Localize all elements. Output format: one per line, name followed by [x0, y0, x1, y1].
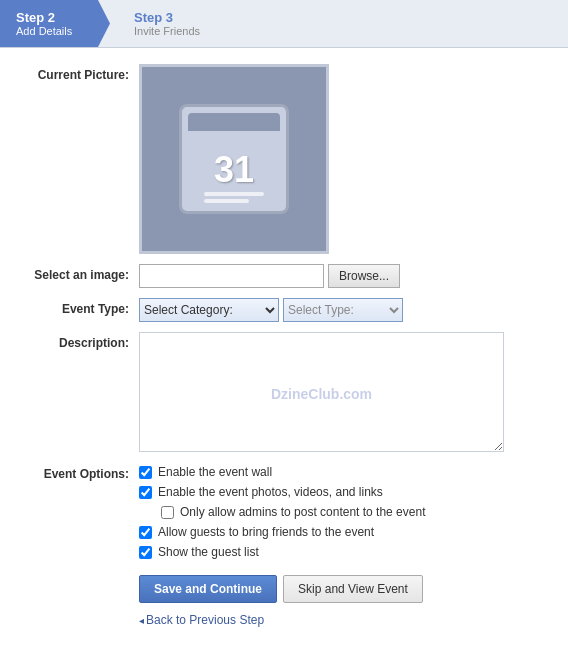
option-item-2: Enable the event photos, videos, and lin… [139, 485, 544, 499]
select-category[interactable]: Select Category: [139, 298, 279, 322]
back-link-text: Back to Previous Step [146, 613, 264, 627]
step3-inactive: Step 3 Invite Friends [110, 0, 220, 47]
calendar-number: 31 [214, 152, 254, 188]
event-type-selects: Select Category: Select Type: [139, 298, 544, 322]
event-options-row: Event Options: Enable the event wall Ena… [24, 465, 544, 559]
option-checkbox-4[interactable] [139, 526, 152, 539]
option-label-1: Enable the event wall [158, 465, 272, 479]
description-textarea[interactable] [139, 332, 504, 452]
event-options-label: Event Options: [24, 465, 139, 481]
back-link[interactable]: ◂Back to Previous Step [139, 613, 264, 627]
current-picture-label: Current Picture: [24, 64, 139, 82]
option-label-2: Enable the event photos, videos, and lin… [158, 485, 383, 499]
picture-box: 31 [139, 64, 329, 254]
calendar-icon: 31 [179, 104, 289, 214]
description-row: Description: DzineClub.com [24, 332, 544, 455]
step2-active: Step 2 Add Details [0, 0, 110, 47]
description-label: Description: [24, 332, 139, 350]
description-field: DzineClub.com [139, 332, 544, 455]
select-type[interactable]: Select Type: [283, 298, 403, 322]
option-label-5: Show the guest list [158, 545, 259, 559]
option-checkbox-3[interactable] [161, 506, 174, 519]
option-label-3: Only allow admins to post content to the… [180, 505, 425, 519]
option-item-5: Show the guest list [139, 545, 544, 559]
step2-num: Step 2 [16, 10, 90, 25]
event-options-field: Enable the event wall Enable the event p… [139, 465, 544, 559]
image-file-input[interactable] [139, 264, 324, 288]
skip-view-button[interactable]: Skip and View Event [283, 575, 423, 603]
image-input-row: Browse... [139, 264, 544, 288]
back-arrow-icon: ◂ [139, 615, 144, 626]
main-content: Current Picture: 31 Select an image: Bro… [0, 48, 568, 643]
option-checkbox-5[interactable] [139, 546, 152, 559]
event-type-field: Select Category: Select Type: [139, 298, 544, 322]
calendar-line-2 [204, 199, 249, 203]
calendar-line-1 [204, 192, 264, 196]
select-image-field: Browse... [139, 264, 544, 288]
calendar-lines [204, 192, 264, 203]
steps-bar: Step 2 Add Details Step 3 Invite Friends [0, 0, 568, 48]
step3-label: Invite Friends [134, 25, 200, 37]
select-image-row: Select an image: Browse... [24, 264, 544, 288]
option-item-3: Only allow admins to post content to the… [139, 505, 544, 519]
calendar-top-bar [188, 113, 280, 131]
browse-button[interactable]: Browse... [328, 264, 400, 288]
option-item-1: Enable the event wall [139, 465, 544, 479]
event-type-label: Event Type: [24, 298, 139, 316]
back-link-row: ◂Back to Previous Step [139, 613, 544, 627]
save-continue-button[interactable]: Save and Continue [139, 575, 277, 603]
step3-num: Step 3 [134, 10, 200, 25]
current-picture-row: Current Picture: 31 [24, 64, 544, 254]
step2-label: Add Details [16, 25, 90, 37]
options-list: Enable the event wall Enable the event p… [139, 465, 544, 559]
buttons-row: Save and Continue Skip and View Event [139, 575, 544, 603]
option-checkbox-1[interactable] [139, 466, 152, 479]
description-container: DzineClub.com [139, 332, 504, 455]
option-label-4: Allow guests to bring friends to the eve… [158, 525, 374, 539]
option-item-4: Allow guests to bring friends to the eve… [139, 525, 544, 539]
select-image-label: Select an image: [24, 264, 139, 282]
option-checkbox-2[interactable] [139, 486, 152, 499]
event-type-row: Event Type: Select Category: Select Type… [24, 298, 544, 322]
current-picture-field: 31 [139, 64, 544, 254]
